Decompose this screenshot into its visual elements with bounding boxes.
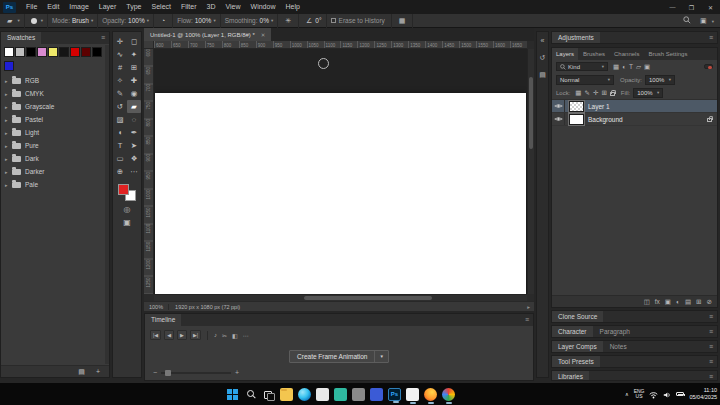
edge-icon[interactable]: [298, 388, 311, 401]
tab-notes[interactable]: Notes: [604, 341, 633, 352]
swatch[interactable]: [37, 47, 47, 57]
slider-thumb[interactable]: [165, 370, 171, 376]
menu-item[interactable]: File: [21, 0, 42, 14]
swatch[interactable]: [70, 47, 80, 57]
new-swatch-icon[interactable]: +: [93, 368, 103, 375]
file-explorer-icon[interactable]: [280, 388, 293, 401]
menu-item[interactable]: Window: [246, 0, 281, 14]
language-indicator[interactable]: ENG US: [634, 389, 645, 400]
panel-tab[interactable]: Brush Settings: [644, 48, 691, 60]
chevron-down-icon[interactable]: ▼: [374, 351, 387, 362]
zoom-level-field[interactable]: 100%: [144, 304, 169, 310]
expander-icon[interactable]: ▸: [5, 169, 11, 175]
photoshop-icon[interactable]: Ps: [388, 388, 401, 401]
panel-menu-icon[interactable]: ≡: [705, 371, 717, 380]
lock-transparency-icon[interactable]: ▦: [575, 89, 581, 97]
app-icon-1[interactable]: [316, 388, 329, 401]
zoom-tool[interactable]: ⊕: [113, 165, 127, 178]
panel-tab[interactable]: Layers: [552, 48, 578, 60]
layer-row[interactable]: Background: [552, 113, 717, 126]
clock[interactable]: 11:10 05/04/2025: [689, 387, 717, 401]
expander-icon[interactable]: ▸: [5, 117, 11, 123]
pen-tool[interactable]: ✒: [127, 126, 141, 139]
eyedropper-tool[interactable]: ✧: [113, 74, 127, 87]
close-tab-icon[interactable]: ✕: [261, 32, 266, 38]
expander-icon[interactable]: ▸: [5, 78, 11, 84]
document-tab[interactable]: Untitled-1 @ 100% (Layer 1, RGB/8#) * ✕: [144, 28, 271, 41]
tab-libraries[interactable]: Libraries: [552, 371, 589, 380]
adjustment-layer-icon[interactable]: ◐: [676, 298, 680, 305]
app-icon-4[interactable]: [370, 388, 383, 401]
hand-tool[interactable]: ❖: [127, 152, 141, 165]
new-group-icon[interactable]: ▤: [685, 298, 691, 306]
horizontal-scrollbar[interactable]: [154, 294, 527, 301]
gradient-tool[interactable]: ▨: [113, 113, 127, 126]
wifi-icon[interactable]: [649, 385, 658, 403]
panel-menu-icon[interactable]: ≡: [705, 341, 717, 352]
expand-dock-icon[interactable]: «: [541, 36, 545, 45]
fill-dropdown[interactable]: 100%▾: [633, 88, 663, 98]
link-layers-icon[interactable]: ◫: [644, 298, 650, 306]
swatch-group[interactable]: ▸ Light: [1, 126, 109, 139]
menu-item[interactable]: Filter: [176, 0, 202, 14]
visibility-eye-icon[interactable]: [552, 100, 565, 112]
layer-thumbnail[interactable]: [569, 114, 584, 125]
new-layer-icon[interactable]: ⊞: [696, 298, 701, 306]
tab-paragraph[interactable]: Paragraph: [594, 326, 636, 337]
panel-menu-icon[interactable]: ≡: [97, 32, 109, 44]
task-view-icon[interactable]: [262, 388, 275, 401]
swatch[interactable]: [4, 47, 14, 57]
restore-icon[interactable]: ❐: [682, 0, 701, 14]
close-icon[interactable]: ✕: [701, 0, 720, 14]
shape-tool[interactable]: ▭: [113, 152, 127, 165]
opacity-dropdown[interactable]: Opacity: 100%▾: [98, 14, 154, 28]
panel-menu-icon[interactable]: ≡: [521, 314, 533, 326]
history-icon[interactable]: ↺: [540, 53, 546, 62]
swatch[interactable]: [4, 61, 14, 71]
frame-tool[interactable]: ⊞: [127, 61, 141, 74]
next-frame-icon[interactable]: ▶|: [190, 330, 201, 340]
brush-settings-panel-icon[interactable]: ▦: [392, 14, 414, 28]
search-icon[interactable]: [244, 388, 257, 401]
menu-item[interactable]: 3D: [202, 0, 221, 14]
horizontal-scroll-thumb[interactable]: [304, 296, 432, 300]
swatch[interactable]: [59, 47, 69, 57]
lock-all-icon[interactable]: [610, 92, 615, 96]
app-icon-3[interactable]: [352, 388, 365, 401]
minimize-icon[interactable]: —: [663, 0, 682, 14]
expander-icon[interactable]: ▸: [5, 182, 11, 188]
zoom-out-icon[interactable]: −: [153, 369, 157, 376]
smoothing-dropdown[interactable]: Smoothing: 0%▾: [221, 14, 279, 28]
tab-timeline[interactable]: Timeline: [145, 314, 181, 326]
layer-style-icon[interactable]: fx: [655, 298, 660, 305]
panel-tab[interactable]: Brushes: [579, 48, 609, 60]
expander-icon[interactable]: ▸: [5, 143, 11, 149]
expander-icon[interactable]: ▸: [5, 156, 11, 162]
eraser-tool[interactable]: ▰: [127, 100, 141, 113]
panel-menu-icon[interactable]: ≡: [705, 326, 717, 337]
properties-icon[interactable]: ▤: [539, 70, 546, 79]
menu-item[interactable]: Type: [121, 0, 146, 14]
menu-item[interactable]: Image: [64, 0, 93, 14]
lock-artboard-icon[interactable]: ⊞: [601, 89, 606, 97]
panel-tab[interactable]: Channels: [610, 48, 643, 60]
tab-character[interactable]: Character: [552, 326, 593, 337]
brush-tool[interactable]: ✎: [113, 87, 127, 100]
layer-thumbnail[interactable]: [569, 101, 584, 112]
filter-smart-object-icon[interactable]: ▣: [644, 63, 650, 71]
filter-adjustment-icon[interactable]: ◐: [622, 63, 626, 71]
menu-item[interactable]: Help: [280, 0, 304, 14]
edit-toolbar-icon[interactable]: ⋯: [127, 165, 141, 178]
play-icon[interactable]: ▶: [177, 330, 187, 340]
browser-icon[interactable]: [442, 388, 455, 401]
filter-type-icon[interactable]: T: [629, 63, 633, 71]
tab-tool-presets[interactable]: Tool Presets: [552, 356, 600, 367]
healing-brush-tool[interactable]: ✚: [127, 74, 141, 87]
tab-adjustments[interactable]: Adjustments: [552, 32, 600, 43]
workspace-switcher-icon[interactable]: ▣▾: [697, 17, 714, 25]
timeline-settings-icon[interactable]: ⋯: [243, 332, 249, 339]
filter-toggle-switch[interactable]: [704, 64, 713, 69]
new-group-icon[interactable]: ▤: [75, 368, 88, 376]
create-frame-animation-button[interactable]: Create Frame Animation ▼: [289, 350, 389, 363]
swatch[interactable]: [81, 47, 91, 57]
